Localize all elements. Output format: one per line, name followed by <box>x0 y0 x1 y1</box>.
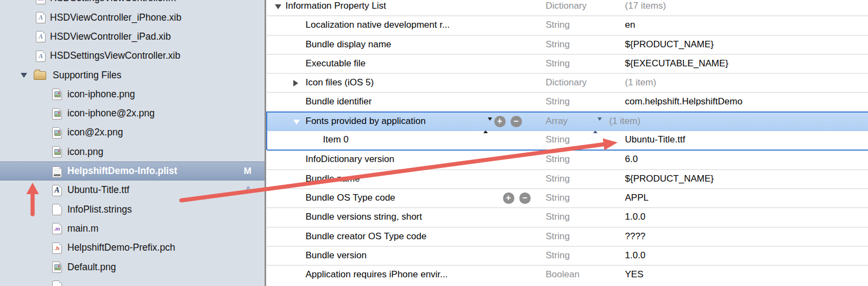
plist-key-label: Bundle versions string, short <box>306 208 423 225</box>
plist-row[interactable]: InfoDictionary versionString6.0 <box>266 150 868 169</box>
sidebar-file-row[interactable]: InfoPlist.strings <box>0 200 265 219</box>
doc-shape <box>52 108 62 120</box>
sidebar-file-row[interactable]: icon.png <box>0 142 265 161</box>
plist-key-label: Fonts provided by application <box>306 113 426 129</box>
file-name-label: InfoPlist.strings <box>67 200 132 219</box>
xcode-window: .mHSDSettingsViewController.mAHSDViewCon… <box>0 0 868 286</box>
plist-value[interactable]: Ubuntu-Title.ttf <box>625 131 685 148</box>
plist-key-label: Bundle identifier <box>306 93 372 110</box>
plist-key-label: Item 0 <box>323 131 349 148</box>
plist-grid <box>54 169 60 173</box>
plist-value[interactable]: YES <box>625 266 644 283</box>
sidebar-file-row[interactable]: AHSDViewController_iPhone.xib <box>0 8 265 27</box>
plist-key-label: Bundle OS Type code <box>306 189 395 206</box>
file-list: .mHSDSettingsViewController.mAHSDViewCon… <box>0 0 265 286</box>
plist-value[interactable]: ${PRODUCT_NAME} <box>625 36 714 53</box>
doc-shape: A <box>52 185 62 196</box>
xib-glyph: A <box>36 32 45 42</box>
plist-key-label: Localization native development r... <box>306 16 450 33</box>
sidebar-file-row[interactable]: icon@2x.png <box>0 123 265 142</box>
plist-value[interactable]: com.helpshift.HelpshiftDemo <box>625 93 743 110</box>
plist-label-bar: PLIST <box>54 174 60 177</box>
plist-type-label: String <box>546 247 570 264</box>
plist-row[interactable]: Bundle display nameString${PRODUCT_NAME} <box>266 35 868 54</box>
plist-row[interactable]: Executable fileString${EXECUTABLE_NAME} <box>266 54 868 73</box>
remove-item-button[interactable]: − <box>519 192 531 204</box>
sidebar-file-row[interactable]: icon-iphone@2x.png <box>0 104 265 123</box>
stepper-down-icon <box>488 117 492 130</box>
plist-row[interactable]: Bundle versions string, shortString1.0.0 <box>266 207 868 226</box>
plist-value[interactable]: ${PRODUCT_NAME} <box>625 170 714 187</box>
plist-value[interactable]: 1.0.0 <box>625 247 646 264</box>
objc-glyph: .m <box>53 223 61 234</box>
disclosure-triangle-icon[interactable] <box>275 4 281 9</box>
plist-value[interactable]: 1.0.0 <box>625 208 646 225</box>
plist-value[interactable]: (1 item) <box>625 74 657 91</box>
plist-type-label: String <box>546 16 570 33</box>
remove-item-button[interactable]: − <box>511 116 522 127</box>
sidebar-file-row[interactable]: .mmain.m <box>0 219 265 238</box>
plist-value[interactable]: APPL <box>625 189 649 206</box>
plist-key-label: Bundle creator OS Type code <box>306 228 427 245</box>
plist-type-label: String <box>546 131 570 148</box>
plist-row[interactable]: Icon files (iOS 5)Dictionary(1 item) <box>266 73 868 92</box>
sidebar-file-row[interactable]: PLISTHelpshiftDemo-Info.plistM <box>0 161 265 181</box>
file-name-label: Default.png <box>67 258 116 277</box>
disclosure-triangle-icon[interactable] <box>21 73 27 78</box>
add-item-button[interactable]: + <box>503 192 514 204</box>
plist-key-label: Bundle name <box>306 170 360 187</box>
split-divider[interactable] <box>265 0 266 286</box>
plist-row[interactable]: Fonts provided by application+−Array(1 i… <box>266 111 868 130</box>
doc-shape: .m <box>52 223 62 234</box>
plist-row[interactable]: Bundle identifierStringcom.helpshift.Hel… <box>266 92 868 111</box>
plist-type-label: String <box>546 55 570 72</box>
project-navigator: .mHSDSettingsViewController.mAHSDViewCon… <box>0 0 265 286</box>
doc-shape: A <box>36 12 46 23</box>
plist-value[interactable]: 6.0 <box>625 151 638 167</box>
doc-shape: .m <box>36 0 46 4</box>
plist-row[interactable]: Information Property ListDictionary(17 i… <box>266 0 868 15</box>
file-name-label: HelpshiftDemo-Prefix.pch <box>67 238 175 257</box>
plist-row[interactable]: Localization native development r...Stri… <box>266 15 868 34</box>
plist-value[interactable]: en <box>625 16 636 33</box>
sidebar-file-row[interactable]: AHSDSettingsViewController.xib <box>0 46 265 65</box>
image-thumb <box>54 130 61 136</box>
plist-type-label: Dictionary <box>546 74 587 91</box>
sidebar-file-row[interactable]: AHSDViewController_iPad.xib <box>0 27 265 46</box>
sidebar-file-row[interactable] <box>0 277 265 286</box>
plist-value[interactable]: ${EXECUTABLE_NAME} <box>625 55 729 72</box>
plist-type-label: String <box>546 36 570 53</box>
doc-shape <box>52 281 62 286</box>
add-item-button[interactable]: + <box>494 116 506 127</box>
plist-value[interactable]: (17 items) <box>625 0 666 14</box>
plist-type-label: String <box>546 189 570 206</box>
sidebar-file-row[interactable]: AUbuntu-Title.ttfA <box>0 181 265 200</box>
plist-value[interactable]: (1 item) <box>609 113 641 129</box>
plist-key-label: Application requires iPhone envir... <box>306 266 448 283</box>
doc-shape: PLIST <box>52 166 62 178</box>
plist-row[interactable]: Bundle creator OS Type codeString???? <box>266 227 868 246</box>
plist-row[interactable]: Bundle OS Type code+−StringAPPL <box>266 188 868 207</box>
sidebar-file-row[interactable]: .hHelpshiftDemo-Prefix.pch <box>0 238 265 257</box>
image-thumb <box>54 111 61 117</box>
disclosure-triangle-icon[interactable] <box>293 80 298 86</box>
plist-row[interactable]: Item 0StringUbuntu-Title.ttf <box>266 130 868 150</box>
plist-row[interactable]: Application requires iPhone envir...Bool… <box>266 265 868 284</box>
plist-row[interactable]: Bundle nameString${PRODUCT_NAME} <box>266 169 868 188</box>
folder-shape <box>34 71 46 80</box>
sidebar-group-row[interactable]: Supporting Files <box>0 66 265 85</box>
plist-editor: Information Property ListDictionary(17 i… <box>266 0 868 286</box>
file-name-label: icon-iphone@2x.png <box>67 104 155 123</box>
disclosure-triangle-icon[interactable] <box>293 120 300 125</box>
sidebar-file-row[interactable]: .mHSDSettingsViewController.m <box>0 0 265 8</box>
file-name-label: icon-iphone.png <box>67 85 135 104</box>
plist-type-label: String <box>546 151 570 167</box>
plist-value[interactable]: ???? <box>625 228 646 245</box>
header-glyph: .h <box>53 243 61 253</box>
plist-row[interactable]: Bundle versionString1.0.0 <box>266 246 868 265</box>
xib-glyph: A <box>36 13 45 23</box>
sidebar-file-row[interactable]: icon-iphone.png <box>0 85 265 104</box>
plist-key-label: Information Property List <box>286 0 386 14</box>
sidebar-file-row[interactable]: Default.png <box>0 258 265 277</box>
doc-shape: A <box>36 51 46 62</box>
